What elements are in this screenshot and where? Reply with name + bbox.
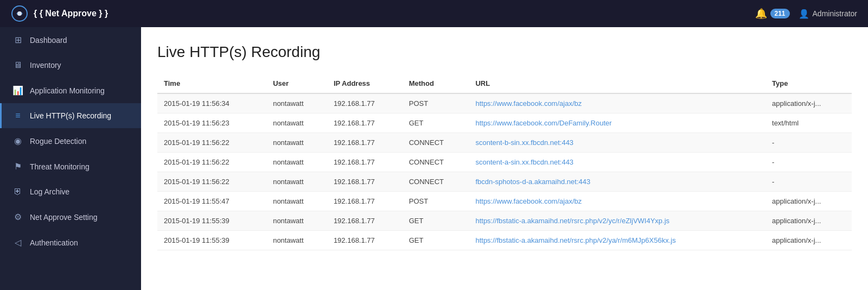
cell-type: application/x-j... bbox=[765, 211, 852, 231]
table-row: 2015-01-19 11:56:22nontawatt192.168.1.77… bbox=[157, 172, 852, 192]
table-row: 2015-01-19 11:55:39nontawatt192.168.1.77… bbox=[157, 231, 852, 250]
cell-user: nontawatt bbox=[266, 192, 327, 211]
cell-time: 2015-01-19 11:56:34 bbox=[157, 93, 266, 114]
table-body: 2015-01-19 11:56:34nontawatt192.168.1.77… bbox=[157, 93, 852, 250]
sidebar-item-rogue-detection[interactable]: ◉Rogue Detection bbox=[0, 128, 141, 154]
cell-url[interactable]: scontent-a-sin.xx.fbcdn.net:443 bbox=[469, 153, 765, 172]
cell-method: GET bbox=[403, 231, 469, 250]
sidebar-item-threat-monitoring[interactable]: ⚑Threat Monitoring bbox=[0, 154, 141, 179]
rogue-detection-icon: ◉ bbox=[12, 136, 23, 146]
logo-area: { { Net Approve } } bbox=[11, 5, 108, 22]
sidebar-item-application-monitoring[interactable]: 📊Application Monitoring bbox=[0, 78, 141, 103]
user-icon: 👤 bbox=[799, 9, 809, 19]
sidebar-item-label-inventory: Inventory bbox=[30, 61, 61, 70]
table-header: TimeUserIP AddressMethodURLType bbox=[157, 74, 852, 93]
net-approve-setting-icon: ⚙ bbox=[12, 212, 23, 222]
sidebar-item-label-authentication: Authentication bbox=[30, 238, 78, 247]
cell-time: 2015-01-19 11:56:22 bbox=[157, 172, 266, 192]
cell-url[interactable]: https://www.facebook.com/ajax/bz bbox=[469, 93, 765, 114]
cell-type: - bbox=[765, 172, 852, 192]
cell-url[interactable]: fbcdn-sphotos-d-a.akamaihd.net:443 bbox=[469, 172, 765, 192]
cell-time: 2015-01-19 11:55:39 bbox=[157, 231, 266, 250]
url-link[interactable]: https://www.facebook.com/ajax/bz bbox=[475, 99, 582, 108]
cell-user: nontawatt bbox=[266, 172, 327, 192]
cell-ip: 192.168.1.77 bbox=[327, 172, 403, 192]
cell-url[interactable]: https://www.facebook.com/ajax/bz bbox=[469, 192, 765, 211]
table-row: 2015-01-19 11:56:22nontawatt192.168.1.77… bbox=[157, 133, 852, 153]
cell-ip: 192.168.1.77 bbox=[327, 93, 403, 114]
sidebar-item-dashboard[interactable]: ⊞Dashboard bbox=[0, 27, 141, 53]
cell-time: 2015-01-19 11:56:22 bbox=[157, 153, 266, 172]
cell-url[interactable]: https://fbstatic-a.akamaihd.net/rsrc.php… bbox=[469, 211, 765, 231]
sidebar-item-label-rogue-detection: Rogue Detection bbox=[30, 137, 86, 146]
cell-user: nontawatt bbox=[266, 211, 327, 231]
sidebar: ⊞Dashboard🖥Inventory📊Application Monitor… bbox=[0, 27, 141, 290]
dashboard-icon: ⊞ bbox=[12, 35, 23, 45]
cell-type: text/html bbox=[765, 114, 852, 133]
cell-method: POST bbox=[403, 192, 469, 211]
cell-time: 2015-01-19 11:56:23 bbox=[157, 114, 266, 133]
logo-icon bbox=[11, 5, 28, 22]
table-header-row: TimeUserIP AddressMethodURLType bbox=[157, 74, 852, 93]
sidebar-item-label-live-https-recording: Live HTTP(s) Recording bbox=[30, 111, 111, 120]
url-link[interactable]: https://fbstatic-a.akamaihd.net/rsrc.php… bbox=[475, 236, 675, 244]
sidebar-item-live-https-recording[interactable]: ≡Live HTTP(s) Recording bbox=[0, 103, 141, 128]
sidebar-item-inventory[interactable]: 🖥Inventory bbox=[0, 53, 141, 78]
url-link[interactable]: https://fbstatic-a.akamaihd.net/rsrc.php… bbox=[475, 217, 669, 225]
notification-area[interactable]: 🔔 211 bbox=[755, 8, 790, 20]
cell-method: CONNECT bbox=[403, 172, 469, 192]
live-https-recording-icon: ≡ bbox=[12, 111, 23, 121]
col-header-ip-address: IP Address bbox=[327, 74, 403, 93]
admin-label: Administrator bbox=[813, 9, 857, 18]
cell-user: nontawatt bbox=[266, 114, 327, 133]
cell-url[interactable]: https://www.facebook.com/DeFamily.Router bbox=[469, 114, 765, 133]
table-row: 2015-01-19 11:56:34nontawatt192.168.1.77… bbox=[157, 93, 852, 114]
cell-ip: 192.168.1.77 bbox=[327, 211, 403, 231]
sidebar-item-label-dashboard: Dashboard bbox=[30, 36, 67, 45]
url-link[interactable]: https://www.facebook.com/DeFamily.Router bbox=[475, 119, 611, 127]
sidebar-item-net-approve-setting[interactable]: ⚙Net Approve Setting bbox=[0, 204, 141, 230]
url-link[interactable]: scontent-b-sin.xx.fbcdn.net:443 bbox=[475, 138, 573, 147]
threat-monitoring-icon: ⚑ bbox=[12, 161, 23, 172]
cell-ip: 192.168.1.77 bbox=[327, 231, 403, 250]
bell-icon: 🔔 bbox=[755, 8, 767, 20]
header-right: 🔔 211 👤 Administrator bbox=[755, 8, 858, 20]
sidebar-item-log-archive[interactable]: ⛨Log Archive bbox=[0, 179, 141, 204]
cell-type: - bbox=[765, 153, 852, 172]
admin-area: 👤 Administrator bbox=[799, 9, 857, 19]
cell-method: CONNECT bbox=[403, 133, 469, 153]
table-row: 2015-01-19 11:55:47nontawatt192.168.1.77… bbox=[157, 192, 852, 211]
sidebar-item-authentication[interactable]: ◁Authentication bbox=[0, 230, 141, 255]
sidebar-item-label-threat-monitoring: Threat Monitoring bbox=[30, 162, 90, 171]
cell-method: CONNECT bbox=[403, 153, 469, 172]
cell-type: application/x-j... bbox=[765, 93, 852, 114]
table-row: 2015-01-19 11:56:22nontawatt192.168.1.77… bbox=[157, 153, 852, 172]
cell-url[interactable]: scontent-b-sin.xx.fbcdn.net:443 bbox=[469, 133, 765, 153]
table-row: 2015-01-19 11:56:23nontawatt192.168.1.77… bbox=[157, 114, 852, 133]
cell-type: application/x-j... bbox=[765, 192, 852, 211]
cell-ip: 192.168.1.77 bbox=[327, 153, 403, 172]
sidebar-item-label-application-monitoring: Application Monitoring bbox=[30, 86, 105, 95]
col-header-url: URL bbox=[469, 74, 765, 93]
top-header: { { Net Approve } } 🔔 211 👤 Administrato… bbox=[0, 0, 868, 27]
sidebar-item-label-net-approve-setting: Net Approve Setting bbox=[30, 213, 98, 222]
cell-ip: 192.168.1.77 bbox=[327, 192, 403, 211]
url-link[interactable]: scontent-a-sin.xx.fbcdn.net:443 bbox=[475, 158, 573, 166]
cell-time: 2015-01-19 11:56:22 bbox=[157, 133, 266, 153]
cell-user: nontawatt bbox=[266, 133, 327, 153]
cell-method: GET bbox=[403, 211, 469, 231]
cell-type: application/x-j... bbox=[765, 231, 852, 250]
col-header-user: User bbox=[266, 74, 327, 93]
cell-user: nontawatt bbox=[266, 231, 327, 250]
cell-ip: 192.168.1.77 bbox=[327, 114, 403, 133]
sidebar-item-label-log-archive: Log Archive bbox=[30, 187, 69, 196]
url-link[interactable]: fbcdn-sphotos-d-a.akamaihd.net:443 bbox=[475, 178, 590, 186]
cell-time: 2015-01-19 11:55:47 bbox=[157, 192, 266, 211]
app-title: { { Net Approve } } bbox=[34, 9, 108, 18]
cell-time: 2015-01-19 11:55:39 bbox=[157, 211, 266, 231]
cell-user: nontawatt bbox=[266, 153, 327, 172]
http-recording-table: TimeUserIP AddressMethodURLType 2015-01-… bbox=[157, 74, 852, 250]
url-link[interactable]: https://www.facebook.com/ajax/bz bbox=[475, 197, 582, 205]
cell-url[interactable]: https://fbstatic-a.akamaihd.net/rsrc.php… bbox=[469, 231, 765, 250]
col-header-type: Type bbox=[765, 74, 852, 93]
